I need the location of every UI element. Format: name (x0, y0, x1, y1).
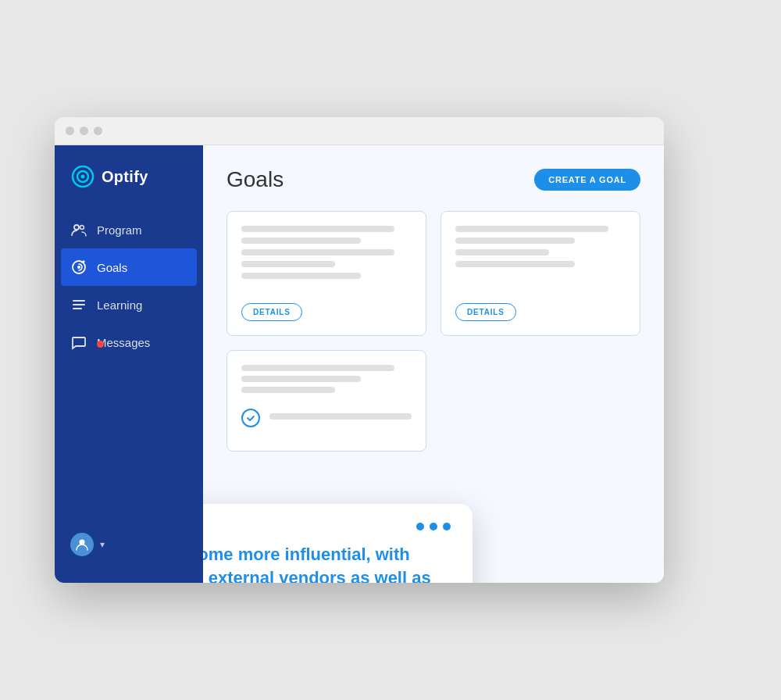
details-button-1[interactable]: DETAILS (241, 303, 302, 321)
sidebar-nav: Program Goals (55, 211, 203, 522)
sidebar-item-learning[interactable]: Learning (55, 286, 203, 323)
svg-rect-7 (73, 300, 85, 302)
logo-text: Optify (102, 168, 148, 186)
skeleton-line (455, 249, 549, 255)
create-goal-button[interactable]: CREATE A GOAL (534, 169, 640, 191)
skeleton-line (241, 365, 394, 371)
avatar (70, 533, 94, 556)
tooltip-dot-3 (443, 523, 451, 530)
skeleton-line (241, 238, 361, 244)
goal-card-2: DETAILS (440, 211, 640, 336)
svg-rect-8 (73, 304, 85, 305)
sidebar-item-goals-label: Goals (97, 261, 127, 274)
goal-card-1-content (241, 226, 412, 279)
sidebar: Optify Program (55, 145, 203, 583)
goal-card-3-row (241, 365, 412, 393)
messages-icon (70, 334, 87, 351)
svg-rect-9 (73, 308, 82, 309)
messages-badge (97, 341, 104, 348)
skeleton-line (241, 249, 394, 255)
tooltip-text: Become more influential, with both exter… (203, 543, 451, 583)
list-icon (70, 296, 87, 313)
goals-icon (70, 259, 87, 276)
browser-dot-green (94, 127, 102, 135)
browser-dot-yellow (80, 127, 88, 135)
goal-card-3: Become more influential, with both exter… (226, 350, 426, 452)
main-content: Goals CREATE A GOAL DETAILS (203, 145, 664, 583)
skeleton-line (455, 261, 575, 267)
skeleton-line (241, 376, 361, 382)
skeleton-line (455, 238, 575, 244)
sidebar-item-messages[interactable]: Messages (55, 323, 203, 361)
skeleton-line (241, 261, 335, 267)
tooltip-dots (203, 523, 451, 530)
details-button-2[interactable]: DETAILS (455, 303, 516, 321)
skeleton-line (455, 226, 608, 232)
sidebar-item-program-label: Program (97, 223, 142, 237)
tooltip-dot-2 (430, 523, 437, 530)
sidebar-item-program[interactable]: Program (55, 211, 203, 248)
logo-icon (70, 164, 95, 189)
tooltip-card: Become more influential, with both exter… (203, 504, 473, 583)
check-circle-icon (241, 409, 260, 427)
goal-card-3-lines (241, 365, 412, 393)
skeleton-line (241, 226, 394, 232)
sidebar-footer[interactable]: ▾ (55, 522, 203, 567)
svg-point-6 (77, 266, 80, 269)
chevron-down-icon: ▾ (100, 539, 105, 550)
svg-point-3 (74, 225, 79, 230)
users-icon (70, 221, 87, 238)
browser-dot-red (66, 127, 74, 135)
page-title: Goals (226, 167, 284, 192)
browser-titlebar (55, 117, 664, 145)
sidebar-item-learning-label: Learning (97, 298, 142, 312)
sidebar-item-goals[interactable]: Goals (61, 248, 197, 286)
goals-grid: DETAILS DETAILS (226, 211, 640, 452)
svg-point-2 (81, 175, 85, 179)
sidebar-item-messages-label: Messages (97, 336, 150, 349)
svg-point-4 (80, 226, 84, 230)
sidebar-logo: Optify (55, 145, 203, 211)
skeleton-line (241, 387, 335, 393)
page-header: Goals CREATE A GOAL (226, 167, 640, 192)
skeleton-line (241, 273, 361, 279)
goal-card-2-content (455, 226, 626, 267)
app-layout: Optify Program (55, 145, 664, 583)
tooltip-dot-1 (416, 523, 424, 530)
goal-card-1: DETAILS (226, 211, 426, 336)
skeleton-line (269, 413, 412, 420)
browser-window: Optify Program (55, 117, 664, 583)
